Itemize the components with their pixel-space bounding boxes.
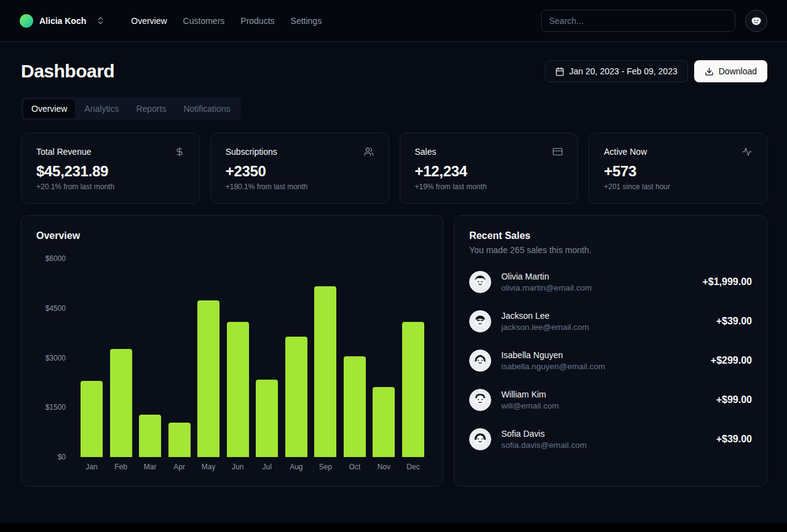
nav-link-customers[interactable]: Customers: [183, 16, 225, 26]
download-label: Download: [719, 66, 757, 76]
stat-value: +12,234: [415, 163, 563, 180]
nav-link-overview[interactable]: Overview: [131, 16, 167, 26]
x-axis-label: Jan: [81, 463, 103, 471]
credit-card-icon: [553, 147, 563, 157]
recent-sales-subtitle: You made 265 sales this month.: [469, 245, 752, 255]
sale-customer: William Kim will@email.com: [501, 389, 559, 410]
tab-overview[interactable]: Overview: [23, 100, 75, 118]
stat-change: +180.1% from last month: [226, 182, 374, 191]
sale-row: Jackson Lee jackson.lee@email.com +$39.0…: [469, 310, 752, 332]
bar-sep: [314, 286, 336, 457]
y-axis-tick: $6000: [45, 254, 66, 263]
sale-name: Jackson Lee: [501, 311, 589, 321]
stat-card-active-now: Active Now +573 +201 since last hour: [588, 133, 767, 204]
dashboard-app: Alicia Koch Overview Customers Products …: [0, 0, 787, 523]
page-title: Dashboard: [21, 61, 114, 82]
sale-name: Isabella Nguyen: [501, 350, 605, 360]
stat-value: +573: [604, 163, 752, 180]
stat-change: +19% from last month: [415, 182, 563, 191]
sale-customer: Sofia Davis sofia.davis@email.com: [501, 429, 587, 450]
bar-nov: [373, 387, 395, 457]
download-button[interactable]: Download: [694, 60, 767, 82]
page-header: Dashboard Jan 20, 2023 - Feb 09, 2023 Do…: [21, 60, 767, 82]
chart-y-axis: $6000$4500$3000$1500$0: [36, 259, 77, 457]
team-avatar: [20, 14, 33, 28]
x-axis-label: Oct: [344, 463, 366, 471]
stat-change: +20.1% from last month: [36, 182, 184, 191]
stat-title: Total Revenue: [36, 147, 92, 157]
recent-sales-list: Olivia Martin olivia.martin@email.com +$…: [469, 271, 752, 450]
bar-aug: [285, 337, 307, 457]
stat-card-subscriptions: Subscriptions +2350 +180.1% from last mo…: [210, 133, 389, 204]
overview-chart-card: Overview $6000$4500$3000$1500$0 JanFebMa…: [21, 215, 443, 487]
customer-avatar: [469, 350, 491, 372]
sale-amount: +$299.00: [711, 355, 752, 366]
sale-amount: +$39.00: [716, 434, 752, 445]
topbar-right: [541, 10, 767, 32]
stat-title: Active Now: [604, 147, 647, 157]
main-grid: Overview $6000$4500$3000$1500$0 JanFebMa…: [21, 215, 767, 487]
stat-value: $45,231.89: [36, 163, 184, 180]
user-avatar[interactable]: [745, 10, 767, 32]
chevrons-up-down-icon[interactable]: [96, 16, 105, 25]
bar-apr: [168, 423, 191, 457]
tab-reports[interactable]: Reports: [128, 100, 174, 118]
stat-title: Sales: [415, 147, 437, 157]
bar-jan: [81, 381, 103, 457]
sale-customer: Olivia Martin olivia.martin@email.com: [501, 272, 591, 292]
tab-analytics[interactable]: Analytics: [76, 100, 127, 118]
calendar-icon: [555, 67, 564, 76]
page-content: Dashboard Jan 20, 2023 - Feb 09, 2023 Do…: [0, 42, 787, 487]
x-axis-label: Feb: [110, 463, 132, 471]
bar-mar: [139, 415, 161, 457]
bar-may: [197, 300, 219, 457]
recent-sales-card: Recent Sales You made 265 sales this mon…: [454, 215, 767, 487]
stat-card-sales: Sales +12,234 +19% from last month: [400, 133, 579, 204]
sale-email: will@email.com: [501, 401, 559, 410]
x-axis-label: Jun: [227, 463, 249, 471]
sale-email: jackson.lee@email.com: [501, 323, 589, 332]
search-input[interactable]: [541, 10, 735, 32]
stat-value: +2350: [226, 163, 374, 180]
header-actions: Jan 20, 2023 - Feb 09, 2023 Download: [545, 60, 767, 82]
customer-avatar: [469, 310, 491, 332]
sale-name: William Kim: [501, 389, 559, 399]
x-axis-label: Apr: [168, 463, 191, 471]
stat-cards: Total Revenue $45,231.89 +20.1% from las…: [21, 133, 767, 204]
bar-feb: [110, 349, 132, 457]
stat-change: +201 since last hour: [604, 182, 752, 191]
stat-title: Subscriptions: [226, 147, 277, 157]
x-axis-label: Nov: [373, 463, 395, 471]
sale-email: olivia.martin@email.com: [501, 283, 591, 292]
nav-link-products[interactable]: Products: [240, 16, 274, 26]
team-name: Alicia Koch: [39, 16, 86, 26]
bar-oct: [344, 356, 366, 457]
sale-row: Sofia Davis sofia.davis@email.com +$39.0…: [469, 428, 752, 450]
sale-email: isabella.nguyen@email.com: [501, 362, 605, 371]
main-nav: Overview Customers Products Settings: [131, 16, 322, 26]
sale-row: William Kim will@email.com +$99.00: [469, 389, 752, 411]
y-axis-tick: $3000: [45, 354, 66, 362]
team-switcher[interactable]: Alicia Koch: [20, 14, 86, 28]
bar-jun: [227, 322, 249, 457]
users-icon: [364, 147, 374, 157]
tab-notifications[interactable]: Notifications: [175, 100, 238, 118]
dollar-sign-icon: [175, 147, 184, 157]
bar-chart: $6000$4500$3000$1500$0: [36, 259, 428, 457]
top-navbar: Alicia Koch Overview Customers Products …: [0, 0, 787, 42]
x-axis-label: Dec: [402, 463, 424, 471]
x-axis-label: Sep: [314, 463, 336, 471]
download-icon: [705, 67, 714, 76]
x-axis-label: Mar: [139, 463, 161, 471]
nav-link-settings[interactable]: Settings: [291, 16, 322, 26]
date-range-button[interactable]: Jan 20, 2023 - Feb 09, 2023: [545, 60, 688, 82]
sale-customer: Isabella Nguyen isabella.nguyen@email.co…: [501, 350, 605, 371]
sale-amount: +$1,999.00: [702, 276, 752, 288]
recent-sales-title: Recent Sales: [469, 230, 752, 241]
y-axis-tick: $4500: [45, 304, 66, 313]
chart-x-axis: JanFebMarAprMayJunJulAugSepOctNovDec: [77, 463, 428, 471]
customer-avatar: [469, 271, 491, 293]
sale-name: Olivia Martin: [501, 272, 591, 281]
customer-avatar: [469, 389, 491, 411]
y-axis-tick: $1500: [45, 403, 66, 412]
